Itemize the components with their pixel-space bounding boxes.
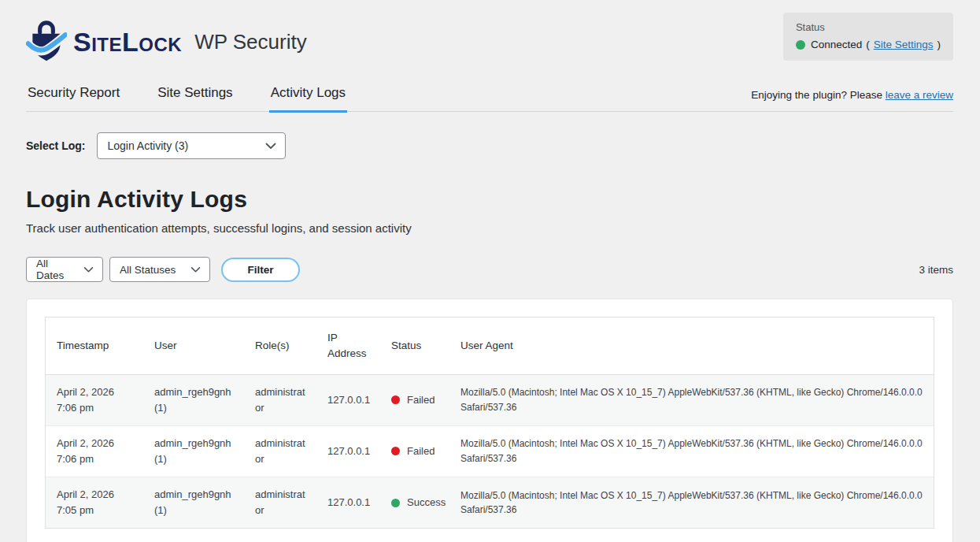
log-type-select[interactable]: Login Activity (3) <box>97 132 286 159</box>
col-header-user-agent: User Agent <box>451 317 934 374</box>
table-row: April 2, 2026 7:06 pm admin_rgeh9gnh (1)… <box>46 374 934 425</box>
cell-status: Failed <box>382 374 451 425</box>
cell-status: Success <box>382 477 451 529</box>
date-filter-value: All Dates <box>36 258 79 281</box>
connected-status-dot-icon <box>796 40 805 50</box>
cell-timestamp: April 2, 2026 7:05 pm <box>46 477 145 529</box>
select-log-label: Select Log: <box>26 139 85 152</box>
tab-security-report[interactable]: Security Report <box>26 80 121 111</box>
status-filter-select[interactable]: All Statuses <box>109 257 210 282</box>
review-prompt: Enjoying the plugin? Please leave a revi… <box>751 89 953 111</box>
chevron-down-icon <box>83 264 94 276</box>
filter-button[interactable]: Filter <box>221 258 300 282</box>
status-text: Failed <box>407 392 435 408</box>
cell-timestamp: April 2, 2026 7:06 pm <box>46 374 145 425</box>
leave-review-link[interactable]: leave a review <box>886 89 953 101</box>
table-row: April 2, 2026 7:05 pm admin_rgeh9gnh (1)… <box>46 477 934 529</box>
cell-timestamp: April 2, 2026 7:06 pm <box>46 425 145 477</box>
cell-user: admin_rgeh9gnh (1) <box>145 477 246 529</box>
col-header-roles: Role(s) <box>246 317 318 374</box>
items-count: 3 items <box>919 264 953 276</box>
connection-status-box: Status Connected ( Site Settings ) <box>783 13 953 61</box>
site-settings-link[interactable]: Site Settings <box>874 39 934 50</box>
brand: SiteLock WP Security <box>26 20 307 63</box>
table-row: April 2, 2026 7:06 pm admin_rgeh9gnh (1)… <box>46 425 934 477</box>
cell-ip: 127.0.0.1 <box>318 374 382 425</box>
brand-name: SiteLock <box>73 28 182 55</box>
cell-role: administrator <box>246 477 318 529</box>
wp-security-page: SiteLock WP Security Status Connected ( … <box>0 0 980 542</box>
logs-table-wrapper: Timestamp User Role(s) IP Address Status… <box>45 317 934 529</box>
nav-tabs-bar: Security Report Site Settings Activity L… <box>26 80 953 112</box>
paren-close: ) <box>937 39 941 50</box>
filter-row: All Dates All Statuses Filter 3 items <box>26 257 953 282</box>
col-header-timestamp: Timestamp <box>46 317 145 374</box>
topbar: SiteLock WP Security Status Connected ( … <box>0 0 980 63</box>
success-status-dot-icon <box>391 499 400 507</box>
status-line: Connected ( Site Settings ) <box>796 39 941 50</box>
cell-user: admin_rgeh9gnh (1) <box>145 374 246 425</box>
cell-status: Failed <box>382 425 451 477</box>
chevron-down-icon <box>190 264 201 276</box>
logs-card: Timestamp User Role(s) IP Address Status… <box>26 299 953 542</box>
status-label: Status <box>796 21 941 33</box>
cell-user-agent: Mozilla/5.0 (Macintosh; Intel Mac OS X 1… <box>451 374 934 425</box>
col-header-user: User <box>145 317 246 374</box>
col-header-status: Status <box>382 317 451 374</box>
page-title: Login Activity Logs <box>26 186 954 213</box>
brand-product-name: WP Security <box>194 32 307 52</box>
status-state: Connected <box>811 39 862 50</box>
paren-open: ( <box>866 39 870 50</box>
cell-ip: 127.0.0.1 <box>318 477 382 529</box>
cell-user-agent: Mozilla/5.0 (Macintosh; Intel Mac OS X 1… <box>451 425 934 477</box>
col-header-ip-address: IP Address <box>318 317 382 374</box>
review-prompt-text: Enjoying the plugin? Please <box>751 89 885 101</box>
table-header-row: Timestamp User Role(s) IP Address Status… <box>46 317 934 374</box>
cell-user: admin_rgeh9gnh (1) <box>145 425 246 477</box>
status-filter-value: All Statuses <box>120 264 176 276</box>
status-text: Success <box>407 495 446 510</box>
cell-ip: 127.0.0.1 <box>318 425 382 477</box>
page-subtitle: Track user authentication attempts, succ… <box>26 221 954 235</box>
log-selector-row: Select Log: Login Activity (3) <box>26 132 953 159</box>
chevron-down-icon <box>265 139 276 152</box>
cell-user-agent: Mozilla/5.0 (Macintosh; Intel Mac OS X 1… <box>451 477 934 529</box>
cell-role: administrator <box>246 374 318 425</box>
tab-site-settings[interactable]: Site Settings <box>156 80 234 111</box>
status-text: Failed <box>407 444 435 459</box>
date-filter-select[interactable]: All Dates <box>26 257 103 282</box>
failed-status-dot-icon <box>391 395 400 404</box>
failed-status-dot-icon <box>391 447 400 455</box>
tab-activity-logs[interactable]: Activity Logs <box>269 80 347 113</box>
log-type-select-value: Login Activity (3) <box>107 139 188 152</box>
sitelock-shield-logo-icon <box>26 20 67 63</box>
cell-role: administrator <box>246 425 318 477</box>
login-activity-table: Timestamp User Role(s) IP Address Status… <box>46 317 934 528</box>
